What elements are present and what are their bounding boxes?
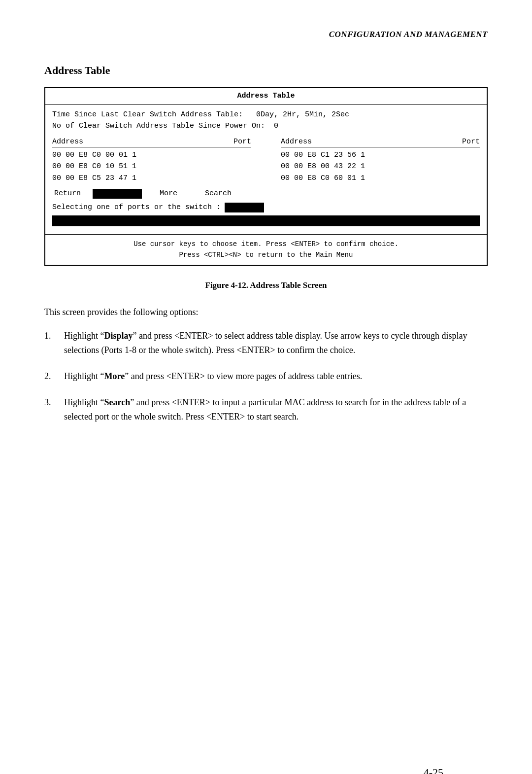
col1-row3: 00 00 E8 C5 23 47 1	[52, 173, 251, 184]
select-highlight	[225, 203, 264, 212]
actions-row: Return More Search	[54, 189, 480, 199]
list-container: 1. Highlight “Display” and press <ENTER>…	[44, 329, 488, 423]
list-item-2: 2. Highlight “More” and press <ENTER> to…	[44, 369, 488, 384]
select-line: Selecting one of ports or the switch :	[52, 203, 480, 212]
terminal-body: Time Since Last Clear Switch Address Tab…	[45, 105, 487, 234]
list-item-1: 1. Highlight “Display” and press <ENTER>…	[44, 329, 488, 357]
body-text: This screen provides the following optio…	[44, 305, 488, 319]
terminal-footer: Use cursor keys to choose item. Press <E…	[45, 234, 487, 265]
list-text-1: Highlight “Display” and press <ENTER> to…	[64, 329, 488, 357]
col2-row3: 00 00 E8 C0 60 01 1	[281, 173, 480, 184]
action-more[interactable]: More	[160, 189, 177, 198]
col2-port-header: Port	[462, 138, 480, 146]
terminal-box: Address Table Time Since Last Clear Swit…	[44, 87, 488, 266]
col1-port-header: Port	[233, 138, 251, 146]
col1-row2: 00 00 E8 C0 10 51 1	[52, 161, 251, 172]
terminal-line1: Time Since Last Clear Switch Address Tab…	[52, 109, 480, 121]
col2-addr-header: Address	[281, 138, 312, 146]
section-heading: Address Table	[44, 64, 488, 77]
col2-row2: 00 00 E8 00 43 22 1	[281, 161, 480, 172]
terminal-col-left: Address Port 00 00 E8 C0 00 01 1 00 00 E…	[52, 138, 251, 184]
full-highlight-bar	[52, 215, 480, 226]
list-text-3: Highlight “Search” and press <ENTER> to …	[64, 395, 488, 424]
terminal-col-right: Address Port 00 00 E8 C1 23 56 1 00 00 E…	[281, 138, 480, 184]
list-num-3: 3.	[44, 395, 56, 424]
terminal-title: Address Table	[45, 88, 487, 105]
list-text-2: Highlight “More” and press <ENTER> to vi…	[64, 369, 488, 384]
action-search[interactable]: Search	[205, 189, 232, 198]
list-item-3: 3. Highlight “Search” and press <ENTER> …	[44, 395, 488, 424]
figure-caption: Figure 4-12. Address Table Screen	[44, 281, 488, 290]
page-header: CONFIGURATION AND MANAGEMENT	[44, 30, 488, 39]
return-highlight	[93, 189, 142, 199]
col1-row1: 00 00 E8 C0 00 01 1	[52, 149, 251, 161]
col1-addr-header: Address	[52, 138, 83, 146]
list-num-2: 2.	[44, 369, 56, 384]
terminal-line2: No of Clear Switch Address Table Since P…	[52, 121, 480, 132]
footer-line1: Use cursor keys to choose item. Press <E…	[52, 239, 480, 249]
list-num-1: 1.	[44, 329, 56, 357]
select-label: Selecting one of ports or the switch :	[52, 203, 221, 211]
col2-row1: 00 00 E8 C1 23 56 1	[281, 149, 480, 161]
footer-line2: Press <CTRL><N> to return to the Main Me…	[52, 249, 480, 260]
page-number: 4-25	[424, 766, 443, 774]
action-return[interactable]: Return	[54, 189, 81, 198]
